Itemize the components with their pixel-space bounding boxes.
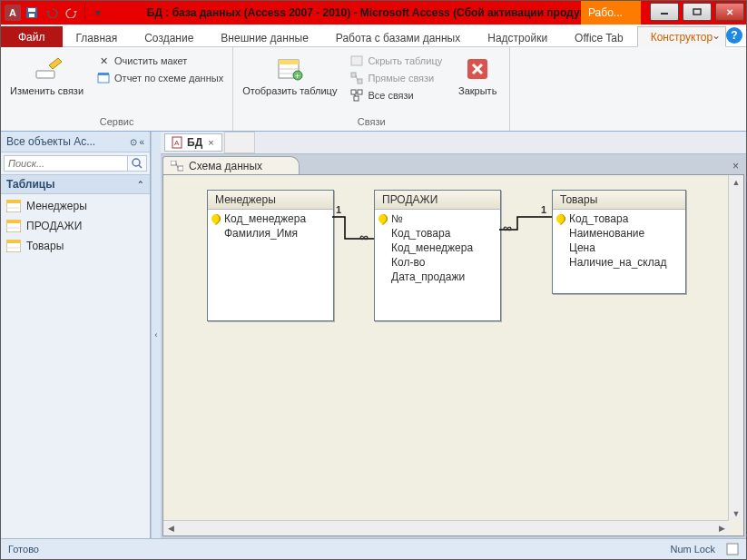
field-label: Код_товара <box>569 212 628 225</box>
tab-office-tab[interactable]: Office Tab <box>561 27 637 47</box>
ribbon-collapse-icon[interactable]: ⌄ <box>710 29 722 42</box>
close-window-button[interactable]: ✕ <box>715 3 744 21</box>
nav-group-tables-label: Таблицы <box>6 178 54 191</box>
nav-item-managers[interactable]: Менеджеры <box>1 196 150 216</box>
tab-external-data[interactable]: Внешние данные <box>207 27 322 47</box>
search-button[interactable] <box>128 155 147 172</box>
help-button[interactable]: ? <box>726 27 742 44</box>
field-sales-good[interactable]: Код_товара <box>375 226 500 241</box>
close-relationships-button[interactable]: Закрыть <box>451 53 504 98</box>
svg-text:+: + <box>295 72 300 81</box>
app-icon[interactable]: A <box>5 5 21 21</box>
status-bar: Готово Num Lock <box>1 538 746 559</box>
ribbon: Изменить связи ✕ Очистить макет Отчет по… <box>1 47 746 132</box>
document-tab-close-icon[interactable]: × <box>206 137 215 148</box>
ribbon-group-label-service: Сервис <box>6 114 227 129</box>
document-tab-new[interactable] <box>224 132 255 153</box>
document-tab-bd[interactable]: A БД × <box>164 133 222 152</box>
nav-header-dropdown-icon[interactable]: ⊙ « <box>130 137 144 147</box>
svg-point-24 <box>133 159 140 166</box>
show-table-button[interactable]: + Отобразить таблицу <box>239 53 340 98</box>
svg-line-25 <box>139 165 142 168</box>
svg-rect-19 <box>358 90 362 94</box>
field-label: Цена <box>569 241 595 254</box>
clear-layout-icon: ✕ <box>96 54 111 68</box>
scroll-down-icon[interactable]: ▼ <box>729 506 743 521</box>
tab-home[interactable]: Главная <box>63 27 132 47</box>
table-goods[interactable]: Товары Код_товара Наименование Цена Нали… <box>552 190 686 294</box>
field-sales-date[interactable]: Дата_продажи <box>375 270 500 284</box>
horizontal-scrollbar[interactable]: ◀ ▶ <box>163 520 729 535</box>
field-sales-manager[interactable]: Код_менеджера <box>375 241 500 255</box>
nav-item-label: Товары <box>26 240 64 252</box>
quick-access-toolbar: A ▾ <box>1 1 107 25</box>
minimize-button[interactable] <box>650 3 679 21</box>
table-title[interactable]: Менеджеры <box>208 191 333 210</box>
svg-rect-7 <box>98 73 109 75</box>
table-icon <box>6 240 21 252</box>
close-icon <box>463 54 492 84</box>
search-input[interactable] <box>4 155 128 172</box>
table-icon <box>6 220 21 232</box>
relationships-icon <box>171 161 183 172</box>
nav-item-goods[interactable]: Товары <box>1 236 150 256</box>
nav-item-label: Менеджеры <box>26 200 87 212</box>
nav-collapse-handle[interactable]: ‹ <box>151 132 161 538</box>
table-managers[interactable]: Менеджеры Код_менеджера Фамилия_Имя <box>207 190 334 321</box>
nav-header-label: Все объекты Ac... <box>6 135 95 148</box>
scroll-up-icon[interactable]: ▲ <box>729 175 743 190</box>
scroll-right-icon[interactable]: ▶ <box>714 521 729 535</box>
object-tab-schema[interactable]: Схема данных <box>162 156 300 174</box>
svg-rect-40 <box>727 544 738 555</box>
save-icon[interactable] <box>23 4 41 22</box>
svg-rect-20 <box>354 96 359 101</box>
field-managers-id[interactable]: Код_менеджера <box>208 211 333 226</box>
app-window: A ▾ БД : база данных (Access 2007 - 2010… <box>0 0 747 560</box>
tab-file[interactable]: Файл <box>1 26 63 47</box>
field-sales-qty[interactable]: Кол-во <box>375 255 500 270</box>
nav-group-collapse-icon[interactable]: ⌃ <box>137 180 144 189</box>
field-sales-id[interactable]: № <box>375 211 500 226</box>
ribbon-group-service: Изменить связи ✕ Очистить макет Отчет по… <box>1 47 233 131</box>
table-sales[interactable]: ПРОДАЖИ № Код_товара Код_менеджера Кол-в… <box>374 190 501 321</box>
redo-icon[interactable] <box>63 4 81 22</box>
nav-search <box>1 152 150 174</box>
tab-create[interactable]: Создание <box>131 27 207 47</box>
table-title[interactable]: ПРОДАЖИ <box>375 191 500 210</box>
scroll-left-icon[interactable]: ◀ <box>163 521 178 535</box>
svg-rect-6 <box>98 74 109 83</box>
tab-addins[interactable]: Надстройки <box>474 27 561 47</box>
tab-db-tools[interactable]: Работа с базами данных <box>322 27 474 47</box>
schema-report-button[interactable]: Отчет по схеме данных <box>93 70 227 86</box>
vertical-scrollbar[interactable]: ▲ ▼ <box>728 175 743 521</box>
field-goods-price[interactable]: Цена <box>553 241 685 255</box>
clear-layout-button[interactable]: ✕ Очистить макет <box>93 53 227 69</box>
relationships-canvas[interactable]: Менеджеры Код_менеджера Фамилия_Имя ПРОД… <box>162 174 744 536</box>
svg-rect-18 <box>351 90 356 94</box>
field-managers-name[interactable]: Фамилия_Имя <box>208 226 333 241</box>
nav-header[interactable]: Все объекты Ac... ⊙ « <box>1 132 150 152</box>
hide-table-button: Скрыть таблицу <box>346 53 446 69</box>
field-goods-id[interactable]: Код_товара <box>553 211 685 226</box>
nav-item-label: ПРОДАЖИ <box>26 220 82 232</box>
nav-group-tables[interactable]: Таблицы ⌃ <box>1 174 150 194</box>
object-tab-label: Схема данных <box>189 160 262 172</box>
all-relations-button[interactable]: Все связи <box>346 87 446 103</box>
document-tab-strip: A БД × <box>161 132 746 154</box>
ribbon-group-relations: + Отобразить таблицу Скрыть таблицу Прям… <box>233 47 510 131</box>
object-tab-close-button[interactable]: × <box>729 158 742 174</box>
nav-item-sales[interactable]: ПРОДАЖИ <box>1 216 150 236</box>
edit-relationships-button[interactable]: Изменить связи <box>6 53 87 98</box>
clear-layout-label: Очистить макет <box>114 55 187 66</box>
field-goods-name[interactable]: Наименование <box>553 226 685 241</box>
undo-icon[interactable] <box>43 4 61 22</box>
status-text: Готово <box>8 544 39 555</box>
table-title[interactable]: Товары <box>553 191 685 210</box>
svg-text:A: A <box>174 139 180 147</box>
show-table-icon: + <box>275 54 304 84</box>
qat-customize-icon[interactable]: ▾ <box>89 4 107 22</box>
direct-relations-icon <box>349 71 364 85</box>
field-goods-stock[interactable]: Наличие_на_склад <box>553 255 685 270</box>
view-shortcuts[interactable] <box>726 543 739 555</box>
maximize-button[interactable] <box>683 3 712 21</box>
